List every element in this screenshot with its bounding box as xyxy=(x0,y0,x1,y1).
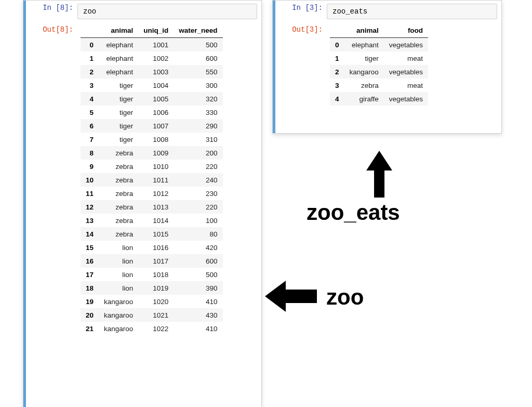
row-index: 18 xyxy=(81,281,99,295)
table-row: 21kangaroo1022410 xyxy=(81,322,223,335)
table-corner xyxy=(330,23,344,38)
cell: lion xyxy=(99,281,138,295)
table-row: 13zebra1014100 xyxy=(81,214,223,227)
table-row: 0elephant1001500 xyxy=(81,38,223,52)
code-input[interactable]: zoo xyxy=(77,4,257,19)
table-row: 2kangaroovegetables xyxy=(330,65,428,78)
dataframe-table-zoo: animaluniq_idwater_need0elephant10015001… xyxy=(81,23,223,335)
row-index: 19 xyxy=(81,295,99,308)
cell: tiger xyxy=(99,106,138,119)
cell: 80 xyxy=(174,227,222,241)
cell: zebra xyxy=(99,146,138,160)
cell: tiger xyxy=(99,119,138,133)
dataframe-output: animaluniq_idwater_need0elephant10015001… xyxy=(77,20,261,335)
cell: 1005 xyxy=(138,92,174,106)
cell: zebra xyxy=(99,227,138,241)
row-index: 4 xyxy=(330,92,344,106)
cell: lion xyxy=(99,241,138,254)
row-index: 2 xyxy=(330,65,344,78)
row-index: 16 xyxy=(81,254,99,268)
cell: 1019 xyxy=(138,281,174,295)
table-corner xyxy=(81,23,99,38)
row-index: 1 xyxy=(330,51,344,65)
cell: vegetables xyxy=(384,65,428,78)
cell: 1009 xyxy=(138,146,174,160)
row-index: 12 xyxy=(81,200,99,214)
cell: 1013 xyxy=(138,200,174,214)
cell: kangaroo xyxy=(344,65,384,78)
cell: tiger xyxy=(99,78,138,92)
row-index: 13 xyxy=(81,214,99,227)
table-row: 4tiger1005320 xyxy=(81,92,223,106)
cell: 1006 xyxy=(138,106,174,119)
row-index: 2 xyxy=(81,65,99,78)
row-index: 10 xyxy=(81,173,99,187)
row-index: 21 xyxy=(81,322,99,335)
row-index: 7 xyxy=(81,133,99,146)
cell: 240 xyxy=(174,173,222,187)
row-index: 11 xyxy=(81,187,99,200)
arrow-up-icon xyxy=(364,151,395,198)
table-row: 6tiger1007290 xyxy=(81,119,223,133)
table-row: 0elephantvegetables xyxy=(330,38,428,52)
cell: 1021 xyxy=(138,308,174,322)
input-row: In [3]: zoo_eats xyxy=(273,1,501,20)
row-index: 9 xyxy=(81,160,99,173)
cell: 1016 xyxy=(138,241,174,254)
cell: 330 xyxy=(174,106,222,119)
cell: 1015 xyxy=(138,227,174,241)
cell: lion xyxy=(99,254,138,268)
column-header: animal xyxy=(344,23,384,38)
cell: zebra xyxy=(99,214,138,227)
cell: 1004 xyxy=(138,78,174,92)
input-row: In [8]: zoo xyxy=(23,1,261,20)
cell: 1017 xyxy=(138,254,174,268)
cell: 230 xyxy=(174,187,222,200)
annotation-zoo: zoo xyxy=(326,285,364,310)
cell: vegetables xyxy=(384,92,428,106)
cell: 430 xyxy=(174,308,222,322)
column-header: animal xyxy=(99,23,138,38)
cell: zebra xyxy=(344,78,384,92)
code-input[interactable]: zoo_eats xyxy=(327,4,497,19)
table-row: 3zebrameat xyxy=(330,78,428,92)
cell: 1002 xyxy=(138,51,174,65)
table-row: 9zebra1010220 xyxy=(81,160,223,173)
cell: tiger xyxy=(99,133,138,146)
cell: 1020 xyxy=(138,295,174,308)
table-row: 1elephant1002600 xyxy=(81,51,223,65)
table-row: 18lion1019390 xyxy=(81,281,223,295)
table-row: 8zebra1009200 xyxy=(81,146,223,160)
cell: 600 xyxy=(174,51,222,65)
cell: kangaroo xyxy=(99,308,138,322)
cell: 220 xyxy=(174,160,222,173)
notebook-cell-zoo-eats: In [3]: zoo_eats Out[3]: animalfood0elep… xyxy=(272,0,502,134)
row-index: 1 xyxy=(81,51,99,65)
row-index: 3 xyxy=(81,78,99,92)
cell: tiger xyxy=(99,92,138,106)
cell: 500 xyxy=(174,38,222,52)
dataframe-output: animalfood0elephantvegetables1tigermeat2… xyxy=(327,20,501,106)
table-row: 11zebra1012230 xyxy=(81,187,223,200)
table-row: 19kangaroo1020410 xyxy=(81,295,223,308)
cell: zebra xyxy=(99,187,138,200)
cell: elephant xyxy=(99,65,138,78)
cell: 220 xyxy=(174,200,222,214)
cell: 500 xyxy=(174,268,222,281)
cell: 300 xyxy=(174,78,222,92)
svg-marker-1 xyxy=(265,281,317,312)
cell: 1012 xyxy=(138,187,174,200)
row-index: 17 xyxy=(81,268,99,281)
cell: meat xyxy=(384,78,428,92)
row-index: 8 xyxy=(81,146,99,160)
cell: elephant xyxy=(99,51,138,65)
table-row: 2elephant1003550 xyxy=(81,65,223,78)
in-prompt: In [3]: xyxy=(273,4,327,12)
row-index: 0 xyxy=(330,38,344,52)
cell: 550 xyxy=(174,65,222,78)
out-prompt: Out[8]: xyxy=(23,20,77,34)
table-row: 16lion1017600 xyxy=(81,254,223,268)
cell-selected-bar xyxy=(273,1,275,133)
table-row: 5tiger1006330 xyxy=(81,106,223,119)
svg-marker-0 xyxy=(366,151,392,198)
